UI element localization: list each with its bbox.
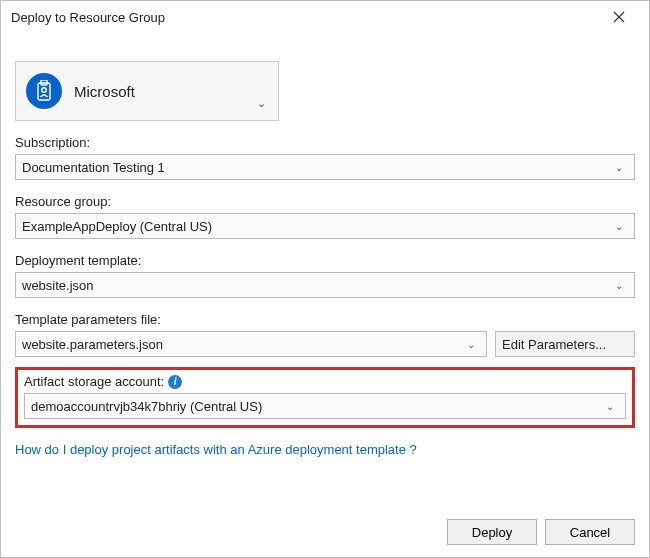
artifact-storage-combo[interactable]: demoaccountrvjb34k7bhriy (Central US) ⌄ [24, 393, 626, 419]
deployment-template-combo[interactable]: website.json ⌄ [15, 272, 635, 298]
deployment-template-value: website.json [22, 278, 610, 293]
deploy-dialog: Deploy to Resource Group Microsoft ⌄ Sub… [0, 0, 650, 558]
template-parameters-field: Template parameters file: website.parame… [15, 312, 635, 357]
artifact-storage-label: Artifact storage account: [24, 374, 164, 389]
info-icon[interactable]: i [168, 375, 182, 389]
account-avatar [26, 73, 62, 109]
account-selector[interactable]: Microsoft ⌄ [15, 61, 279, 121]
chevron-down-icon: ⌄ [462, 339, 480, 350]
artifact-storage-value: demoaccountrvjb34k7bhriy (Central US) [31, 399, 601, 414]
chevron-down-icon: ⌄ [610, 162, 628, 173]
subscription-field: Subscription: Documentation Testing 1 ⌄ [15, 135, 635, 180]
resource-group-field: Resource group: ExampleAppDeploy (Centra… [15, 194, 635, 239]
cancel-button[interactable]: Cancel [545, 519, 635, 545]
template-parameters-label: Template parameters file: [15, 312, 635, 327]
help-link[interactable]: How do I deploy project artifacts with a… [15, 442, 635, 457]
chevron-down-icon: ⌄ [257, 97, 266, 110]
deploy-button[interactable]: Deploy [447, 519, 537, 545]
chevron-down-icon: ⌄ [610, 221, 628, 232]
titlebar: Deploy to Resource Group [1, 1, 649, 33]
svg-point-2 [42, 88, 47, 93]
resource-group-combo[interactable]: ExampleAppDeploy (Central US) ⌄ [15, 213, 635, 239]
artifact-storage-label-row: Artifact storage account: i [24, 374, 182, 389]
subscription-combo[interactable]: Documentation Testing 1 ⌄ [15, 154, 635, 180]
badge-icon [35, 80, 53, 102]
close-button[interactable] [599, 3, 639, 31]
dialog-footer: Deploy Cancel [447, 519, 635, 545]
edit-parameters-label: Edit Parameters... [502, 337, 606, 352]
subscription-label: Subscription: [15, 135, 635, 150]
deployment-template-label: Deployment template: [15, 253, 635, 268]
resource-group-label: Resource group: [15, 194, 635, 209]
account-name: Microsoft [74, 83, 135, 100]
artifact-storage-highlight: Artifact storage account: i demoaccountr… [15, 367, 635, 428]
subscription-value: Documentation Testing 1 [22, 160, 610, 175]
close-icon [613, 11, 625, 23]
deployment-template-field: Deployment template: website.json ⌄ [15, 253, 635, 298]
window-title: Deploy to Resource Group [11, 10, 599, 25]
template-parameters-value: website.parameters.json [22, 337, 462, 352]
edit-parameters-button[interactable]: Edit Parameters... [495, 331, 635, 357]
chevron-down-icon: ⌄ [601, 401, 619, 412]
template-parameters-combo[interactable]: website.parameters.json ⌄ [15, 331, 487, 357]
resource-group-value: ExampleAppDeploy (Central US) [22, 219, 610, 234]
chevron-down-icon: ⌄ [610, 280, 628, 291]
